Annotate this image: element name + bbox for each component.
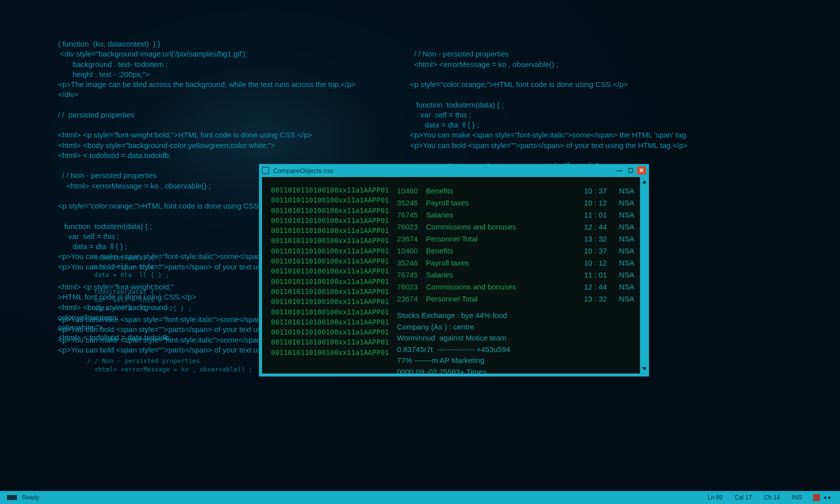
binary-row: 0011010110100100xx11a1AAPP01 <box>271 348 389 358</box>
binary-row: 0011010110100100xx11a1AAPP01 <box>271 276 389 286</box>
close-button[interactable]: ✕ <box>637 166 646 174</box>
finance-row: 76745Salaries11 : 01NSA <box>397 209 642 221</box>
binary-row: 0011010110100100xx11a1AAPP01 <box>271 195 389 205</box>
binary-row: 0011010110100100xx11a1AAPP01 <box>271 206 389 216</box>
binary-row: 0011010110100100xx11a1AAPP01 <box>271 236 389 246</box>
status-ins: INS <box>792 494 802 501</box>
finance-row: 23674Personnel Total13 : 32NSA <box>397 293 642 305</box>
binary-row: 0011010110100100xx11a1AAPP01 <box>271 246 389 256</box>
binary-row: 0011010110100100xx11a1AAPP01 <box>271 286 389 296</box>
binary-row: 0011010110100100xx11a1AAPP01 <box>271 327 389 337</box>
finance-panel: 10460Benefits10 : 37NSA35246Payroll taxe… <box>393 177 646 374</box>
window-title: CompareObjects.css <box>273 167 615 174</box>
finance-row: 76745Salaries11 : 01NSA <box>397 269 642 281</box>
alert-icon[interactable] <box>813 494 820 501</box>
bg-code-small1: todoitem(data) { ; var self = this ; dat… <box>94 254 192 313</box>
binary-row: 0011010110100100xx11a1AAPP01 <box>271 216 389 226</box>
finance-row: 10460Benefits10 : 37NSA <box>397 245 642 257</box>
scroll-up-icon[interactable] <box>642 180 646 184</box>
finance-row: 76023Commissions and bonuses12 : 44NSA <box>397 221 642 233</box>
status-cal: Cal 17 <box>734 494 752 501</box>
binary-row: 0011010110100100xx11a1AAPP01 <box>271 337 389 347</box>
finance-row: 35246Payroll taxes10 : 12NSA <box>397 197 642 209</box>
maximize-button[interactable]: ☐ <box>626 166 635 174</box>
binary-row: 0011010110100100xx11a1AAPP01 <box>271 226 389 236</box>
scrollbar[interactable] <box>640 177 646 374</box>
finance-row: 35246Payroll taxes10 : 12NSA <box>397 257 642 269</box>
binary-row: 0011010110100100xx11a1AAPP01 <box>271 185 389 195</box>
titlebar[interactable]: CompareObjects.css — ☐ ✕ <box>259 164 649 177</box>
binary-row: 0011010110100100xx11a1AAPP01 <box>271 296 389 306</box>
status-dots-icon <box>824 496 833 500</box>
document-icon <box>262 167 269 174</box>
window-body: 0011010110100100xx11a1AAPP01001101011010… <box>262 177 646 374</box>
bg-code-small2: / / Non - persisted properties <html> <e… <box>87 357 252 374</box>
binary-row: 0011010110100100xx11a1AAPP01 <box>271 307 389 317</box>
finance-row: 23674Personnel Total13 : 32NSA <box>397 233 642 245</box>
finance-row: 10460Benefits10 : 37NSA <box>397 185 642 197</box>
status-ch: Ch 14 <box>764 494 780 501</box>
footer-text: Stocks Exchange : bye 44% food Company (… <box>397 310 642 374</box>
status-flag-icon <box>7 495 17 500</box>
status-bar: Ready Ln 69 Cal 17 Ch 14 INS <box>0 491 840 504</box>
binary-row: 0011010110100100xx11a1AAPP01 <box>271 256 389 266</box>
compare-window[interactable]: CompareObjects.css — ☐ ✕ 001101011010010… <box>259 164 649 376</box>
status-line: Ln 69 <box>708 494 722 501</box>
status-ready: Ready <box>22 494 40 501</box>
binary-row: 0011010110100100xx11a1AAPP01 <box>271 266 389 276</box>
scroll-down-icon[interactable] <box>642 367 646 370</box>
binary-row: 0011010110100100xx11a1AAPP01 <box>271 317 389 327</box>
finance-row: 76023Commissions and bonuses12 : 44NSA <box>397 281 642 293</box>
binary-panel: 0011010110100100xx11a1AAPP01001101011010… <box>262 177 393 374</box>
minimize-button[interactable]: — <box>615 166 624 174</box>
